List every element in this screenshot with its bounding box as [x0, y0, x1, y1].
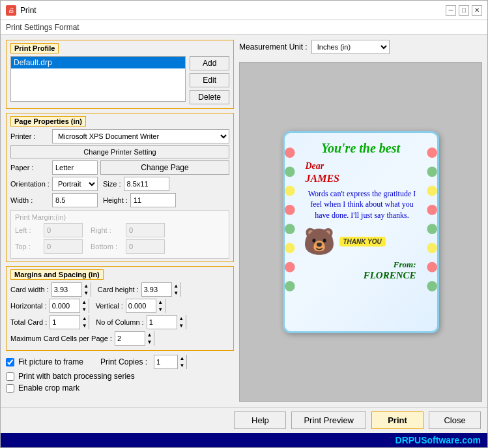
vertical-input[interactable] [126, 299, 156, 312]
card-width-label: Card width : [10, 286, 49, 293]
measurement-select[interactable]: Inches (in) [311, 40, 390, 54]
no-column-up[interactable]: ▲ [177, 315, 186, 322]
card-height-up[interactable]: ▲ [171, 282, 180, 290]
max-cells-row: Maximum Card Cells per Page : ▲ ▼ [10, 331, 229, 346]
horizontal-input[interactable] [50, 299, 79, 312]
horizontal-spinner[interactable]: ▲ ▼ [50, 299, 89, 313]
total-card-down[interactable]: ▼ [79, 322, 89, 329]
bottom-input [126, 239, 165, 254]
width-input[interactable] [52, 193, 98, 207]
close-button[interactable]: ✕ [472, 5, 482, 16]
vertical-label: Vertical : [96, 302, 123, 310]
no-column-btns: ▲ ▼ [177, 315, 186, 329]
card-width-down[interactable]: ▼ [81, 290, 91, 297]
card-count-row: Total Card : ▲ ▼ No of Column : ▲ ▼ [10, 315, 229, 329]
close-button-bottom[interactable]: Close [429, 411, 481, 429]
card-width-up[interactable]: ▲ [81, 282, 91, 290]
print-preview-button[interactable]: Print Preview [291, 411, 366, 429]
orientation-select[interactable]: Portrait [52, 177, 98, 191]
card-height-spinner[interactable]: ▲ ▼ [141, 282, 181, 297]
vertical-up[interactable]: ▲ [156, 299, 165, 306]
size-label: Size : [103, 180, 121, 188]
paper-input[interactable] [52, 160, 98, 175]
svg-point-5 [285, 243, 295, 253]
change-page-button[interactable]: Change Page [100, 160, 229, 175]
max-cells-btns: ▲ ▼ [145, 331, 154, 346]
change-printer-button[interactable]: Change Printer Setting [10, 145, 229, 158]
footer-text: DRPUSoftware.com [395, 435, 481, 445]
printer-select[interactable]: Microsoft XPS Document Writer [52, 129, 229, 143]
card-from-label: From: [293, 260, 416, 270]
vertical-spinner[interactable]: ▲ ▼ [126, 299, 165, 313]
card-name: JAMES [306, 173, 429, 185]
card-preview: You're the best Dear JAMES Words can't e… [283, 131, 439, 333]
title-bar-controls: ─ □ ✕ [446, 5, 482, 16]
height-input[interactable] [130, 193, 176, 207]
vertical-down[interactable]: ▼ [156, 306, 165, 313]
total-card-input[interactable] [50, 316, 79, 329]
print-button[interactable]: Print [371, 411, 423, 429]
svg-point-1 [285, 166, 295, 177]
print-copies-input[interactable] [154, 355, 177, 368]
print-copies-spinner[interactable]: ▲ ▼ [154, 355, 187, 369]
card-width-input[interactable] [52, 283, 81, 296]
spacing-row: Horizontal : ▲ ▼ Vertical : ▲ ▼ [10, 299, 229, 313]
profile-buttons: Add Edit Delete [190, 56, 229, 104]
no-column-down[interactable]: ▼ [177, 322, 186, 329]
title-bar-left: 🖨 Print [6, 5, 36, 16]
vertical-btns: ▲ ▼ [156, 299, 165, 313]
fit-picture-checkbox[interactable] [6, 358, 14, 366]
orientation-row: Orientation : Portrait Size : [10, 177, 229, 191]
options-section: Fit picture to frame Print Copies : ▲ ▼ … [6, 355, 234, 395]
left-label: Left : [15, 226, 41, 234]
total-card-spinner[interactable]: ▲ ▼ [50, 315, 89, 329]
profile-content: Default.drp Add Edit Delete [10, 56, 229, 104]
card-height-input[interactable] [142, 283, 171, 296]
horizontal-label: Horizontal : [10, 302, 47, 310]
svg-point-11 [427, 205, 437, 215]
edit-button[interactable]: Edit [190, 73, 229, 87]
svg-point-0 [285, 147, 295, 158]
page-properties-section: Page Properties (in) Printer : Microsoft… [6, 113, 234, 262]
minimize-button[interactable]: ─ [446, 5, 456, 16]
max-cells-spinner[interactable]: ▲ ▼ [115, 331, 154, 346]
maximize-button[interactable]: □ [459, 5, 469, 16]
bottom-label: Bottom : [91, 243, 123, 250]
svg-point-7 [285, 281, 295, 291]
add-button[interactable]: Add [190, 56, 229, 70]
printer-row: Printer : Microsoft XPS Document Writer [10, 129, 229, 143]
horizontal-down[interactable]: ▼ [79, 306, 89, 313]
content-area: Print Profile Default.drp Add Edit Delet… [1, 35, 487, 407]
total-card-up[interactable]: ▲ [79, 315, 89, 322]
no-column-spinner[interactable]: ▲ ▼ [147, 315, 186, 329]
help-button[interactable]: Help [234, 411, 286, 429]
max-cells-input[interactable] [115, 332, 145, 345]
print-copies-down[interactable]: ▼ [177, 362, 186, 369]
card-height-label: Card height : [98, 286, 139, 293]
size-input[interactable] [124, 177, 169, 191]
drpu-footer: DRPUSoftware.com [1, 433, 487, 447]
svg-point-2 [285, 185, 295, 196]
max-cells-up[interactable]: ▲ [145, 331, 154, 338]
thankyou-text: THANK YOU [339, 237, 386, 246]
svg-point-3 [285, 205, 295, 215]
svg-point-10 [427, 185, 437, 196]
batch-checkbox[interactable] [6, 372, 14, 381]
crop-checkbox[interactable] [6, 384, 14, 393]
profile-list-item[interactable]: Default.drp [11, 57, 185, 68]
horizontal-up[interactable]: ▲ [79, 299, 89, 306]
card-width-spinner[interactable]: ▲ ▼ [51, 282, 91, 297]
no-column-input[interactable] [147, 316, 177, 329]
print-copies-up[interactable]: ▲ [177, 355, 186, 362]
delete-button[interactable]: Delete [190, 90, 229, 104]
card-title: You're the best [303, 141, 419, 156]
thankyou-badge: THANK YOU [339, 237, 386, 246]
fit-picture-label: Fit picture to frame [18, 357, 83, 366]
margin-tb-row: Top : Bottom : [15, 239, 225, 254]
card-from-name: FLORENCE [293, 270, 416, 281]
card-height-down[interactable]: ▼ [171, 290, 180, 297]
max-cells-down[interactable]: ▼ [145, 338, 154, 346]
orientation-label: Orientation : [10, 180, 50, 188]
profile-list[interactable]: Default.drp [10, 56, 186, 102]
preview-area: You're the best Dear JAMES Words can't e… [239, 62, 482, 402]
